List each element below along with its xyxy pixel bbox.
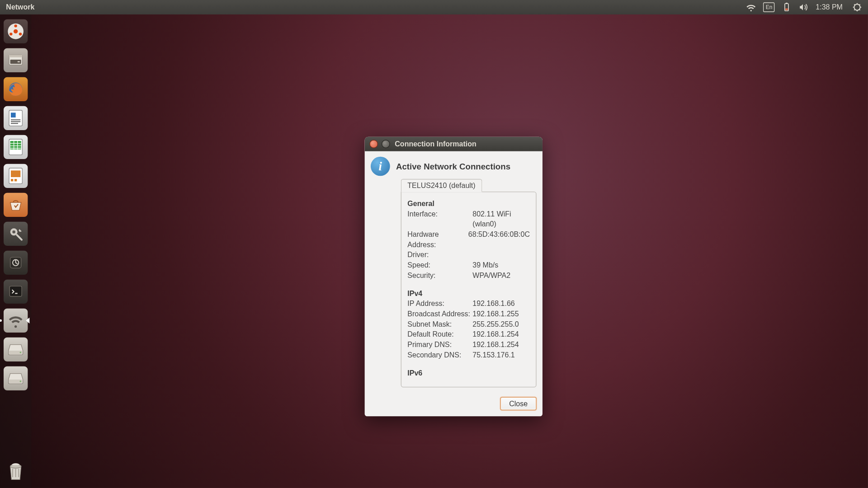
svg-point-3 [854, 4, 860, 10]
launcher-backup[interactable] [2, 249, 29, 276]
launcher [0, 14, 31, 488]
detail-row: Secondary DNS:75.153.176.1 [407, 350, 530, 361]
svg-point-8 [19, 33, 22, 35]
section-title: General [407, 199, 530, 208]
detail-value: 68:5D:43:66:0B:0C [468, 230, 530, 250]
keyboard-indicator[interactable]: En [763, 2, 774, 12]
detail-key: Interface: [407, 209, 472, 230]
detail-row: Broadcast Address:192.168.1.255 [407, 309, 530, 319]
launcher-calc[interactable] [2, 134, 29, 160]
detail-row: Security:WPA/WPA2 [407, 271, 530, 281]
sound-indicator-icon[interactable] [799, 2, 808, 12]
dialog-footer: Close [365, 394, 542, 417]
launcher-network[interactable] [2, 307, 29, 334]
detail-value: 802.11 WiFi (wlan0) [472, 209, 530, 230]
svg-rect-21 [14, 179, 17, 181]
detail-key: IP Address: [407, 299, 472, 309]
detail-key: Speed: [407, 260, 472, 271]
detail-row: Driver: [407, 250, 530, 260]
launcher-impress[interactable] [2, 163, 29, 189]
svg-point-23 [12, 230, 15, 234]
svg-point-30 [20, 380, 21, 382]
detail-row: Primary DNS:192.168.1.254 [407, 340, 530, 350]
network-indicator-icon[interactable] [746, 2, 756, 12]
detail-row: Default Route:192.168.1.254 [407, 329, 530, 340]
svg-point-28 [20, 352, 21, 353]
svg-rect-20 [11, 179, 13, 181]
tab-connection-0[interactable]: TELUS2410 (default) [401, 179, 482, 192]
launcher-dash[interactable] [2, 18, 29, 45]
clock[interactable]: 1:38 PM [816, 3, 845, 12]
detail-value: 192.168.1.66 [472, 299, 530, 309]
svg-rect-2 [786, 9, 788, 10]
detail-value: 192.168.1.254 [472, 340, 530, 350]
launcher-software-center[interactable] [2, 192, 29, 218]
launcher-writer[interactable] [2, 105, 29, 131]
launcher-settings[interactable] [2, 221, 29, 247]
launcher-terminal[interactable] [2, 278, 29, 305]
detail-key: Broadcast Address: [407, 309, 472, 319]
window-buttons [369, 140, 390, 148]
detail-key: Hardware Address: [407, 230, 468, 250]
launcher-files[interactable] [2, 47, 29, 74]
connection-tabs: TELUS2410 (default) [401, 178, 537, 192]
detail-value: 192.168.1.255 [472, 309, 530, 319]
svg-point-5 [14, 29, 18, 33]
svg-rect-19 [11, 170, 20, 177]
svg-point-6 [14, 24, 17, 27]
detail-key: Security: [407, 271, 472, 281]
close-button[interactable]: Close [500, 397, 537, 410]
top-panel: Network En 1:38 PM [0, 0, 868, 14]
detail-row: Interface:802.11 WiFi (wlan0) [407, 209, 530, 230]
launcher-drive-2[interactable] [2, 365, 29, 392]
svg-rect-10 [9, 55, 22, 57]
dialog-body: i Active Network Connections TELUS2410 (… [365, 151, 542, 394]
dialog-title: Connection Information [395, 140, 476, 148]
detail-value: 75.153.176.1 [472, 350, 530, 361]
window-close-button[interactable] [369, 140, 378, 148]
detail-key: Driver: [407, 250, 472, 260]
detail-value: 255.255.255.0 [472, 319, 530, 330]
detail-value: 39 Mb/s [472, 260, 530, 271]
svg-rect-1 [786, 3, 788, 4]
detail-key: Primary DNS: [407, 340, 472, 350]
detail-value: 192.168.1.254 [472, 329, 530, 340]
svg-point-7 [9, 33, 12, 35]
session-indicator-icon[interactable] [852, 2, 862, 12]
dialog-titlebar[interactable]: Connection Information [365, 137, 542, 151]
detail-key: Secondary DNS: [407, 350, 472, 361]
launcher-firefox[interactable] [2, 76, 29, 103]
section-title: IPv6 [407, 369, 530, 377]
detail-row: Hardware Address:68:5D:43:66:0B:0C [407, 230, 530, 250]
battery-indicator-icon[interactable] [782, 2, 792, 12]
connection-info-dialog: Connection Information i Active Network … [365, 137, 542, 417]
svg-rect-15 [11, 113, 16, 117]
detail-row: IP Address:192.168.1.66 [407, 299, 530, 309]
detail-key: Default Route: [407, 329, 472, 340]
detail-row: Speed:39 Mb/s [407, 260, 530, 271]
launcher-drive-1[interactable] [2, 336, 29, 363]
detail-row: Subnet Mask:255.255.255.0 [407, 319, 530, 330]
connection-details-panel: GeneralInterface:802.11 WiFi (wlan0)Hard… [401, 192, 537, 387]
info-icon: i [371, 157, 390, 176]
detail-value [472, 250, 530, 260]
launcher-trash[interactable] [2, 458, 29, 484]
detail-key: Subnet Mask: [407, 319, 472, 330]
svg-rect-12 [18, 61, 20, 62]
indicator-area: En 1:38 PM [746, 2, 864, 12]
window-minimize-button[interactable] [382, 140, 390, 148]
svg-rect-26 [9, 286, 22, 296]
active-app-name: Network [4, 3, 34, 12]
detail-value: WPA/WPA2 [472, 271, 530, 281]
section-title: IPv4 [407, 289, 530, 298]
dialog-heading: Active Network Connections [396, 161, 510, 171]
